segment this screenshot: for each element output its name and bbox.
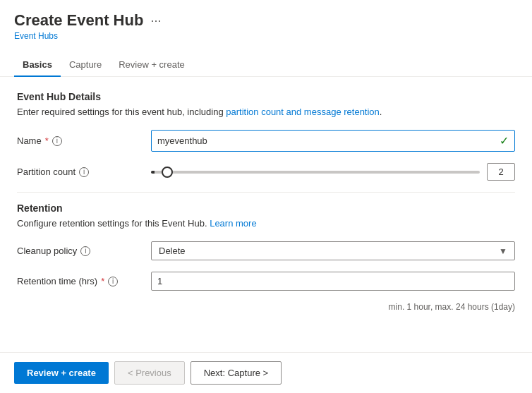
event-hub-details-desc: Enter required settings for this event h… xyxy=(17,107,515,117)
retention-info-icon[interactable]: i xyxy=(108,277,118,286)
name-valid-icon: ✓ xyxy=(500,134,509,147)
next-button[interactable]: Next: Capture > xyxy=(191,361,282,385)
retention-hint: min. 1 hour, max. 24 hours (1day) xyxy=(17,302,515,312)
retention-desc-start: Configure retention settings for this Ev… xyxy=(17,218,210,229)
retention-section: Retention Configure retention settings f… xyxy=(17,202,515,312)
retention-time-row: Retention time (hrs) * i xyxy=(17,272,515,291)
name-info-icon[interactable]: i xyxy=(52,136,62,146)
cleanup-info-icon[interactable]: i xyxy=(80,246,90,256)
learn-more-link[interactable]: Learn more xyxy=(210,218,256,229)
page-title: Create Event Hub xyxy=(14,11,143,30)
header-subtitle: Event Hubs xyxy=(14,31,518,41)
partition-info-icon[interactable]: i xyxy=(79,167,89,177)
name-required: * xyxy=(45,135,49,146)
partition-value-input[interactable] xyxy=(487,163,515,181)
main-content: Event Hub Details Enter required setting… xyxy=(0,77,532,352)
previous-button[interactable]: < Previous xyxy=(114,361,185,385)
page-container: Create Event Hub ··· Event Hubs Basics C… xyxy=(0,0,532,393)
retention-title: Retention xyxy=(17,202,515,214)
desc-text-end: . xyxy=(380,107,382,117)
retention-required: * xyxy=(101,276,104,286)
retention-time-input[interactable] xyxy=(157,276,509,286)
name-label: Name * i xyxy=(17,135,151,146)
partition-slider-container xyxy=(151,163,515,181)
cleanup-policy-value: Delete xyxy=(159,246,186,256)
desc-text-highlight: partition count and message retention xyxy=(226,107,380,117)
retention-desc: Configure retention settings for this Ev… xyxy=(17,218,515,229)
name-input[interactable] xyxy=(157,135,500,146)
retention-time-input-wrapper xyxy=(151,272,515,291)
tab-review-create[interactable]: Review + create xyxy=(110,54,193,77)
cleanup-policy-row: Cleanup policy i Delete ▼ xyxy=(17,241,515,260)
header: Create Event Hub ··· Event Hubs xyxy=(0,0,532,47)
name-input-wrapper: ✓ xyxy=(151,130,515,152)
name-row: Name * i ✓ xyxy=(17,130,515,152)
partition-row: Partition count i xyxy=(17,163,515,181)
cleanup-policy-select[interactable]: Delete ▼ xyxy=(151,241,515,260)
partition-label: Partition count i xyxy=(17,167,151,177)
section-divider xyxy=(17,192,515,193)
tab-basics[interactable]: Basics xyxy=(14,54,61,77)
cleanup-chevron-icon: ▼ xyxy=(499,246,507,256)
header-ellipsis-menu[interactable]: ··· xyxy=(150,13,161,28)
tab-capture[interactable]: Capture xyxy=(61,54,110,77)
event-hub-details-title: Event Hub Details xyxy=(17,91,515,102)
partition-slider[interactable] xyxy=(151,171,480,174)
retention-time-label: Retention time (hrs) * i xyxy=(17,276,151,286)
review-create-button[interactable]: Review + create xyxy=(14,362,109,384)
cleanup-label: Cleanup policy i xyxy=(17,246,151,256)
tab-bar: Basics Capture Review + create xyxy=(0,54,532,77)
footer: Review + create < Previous Next: Capture… xyxy=(0,352,532,393)
desc-text-start: Enter required settings for this event h… xyxy=(17,107,226,117)
